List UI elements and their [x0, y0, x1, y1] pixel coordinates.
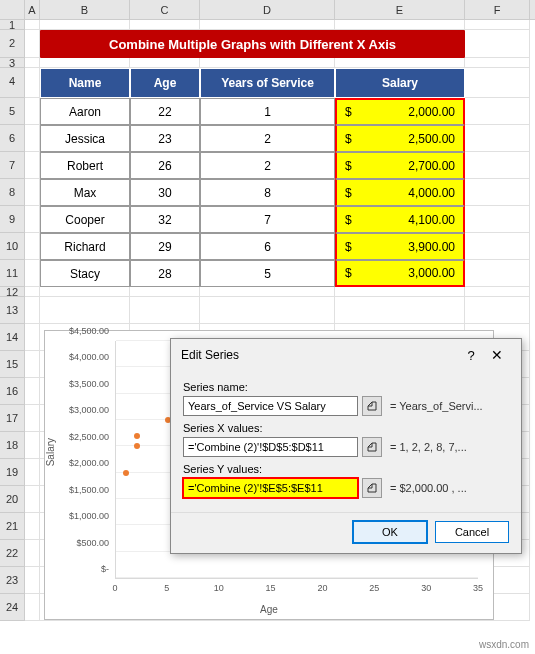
- cancel-button[interactable]: Cancel: [435, 521, 509, 543]
- series-y-label: Series Y values:: [183, 463, 509, 475]
- row-header-4[interactable]: 4: [0, 68, 25, 98]
- series-name-input[interactable]: [183, 396, 358, 416]
- page-title: Combine Multiple Graphs with Different X…: [40, 30, 465, 58]
- row-header-18[interactable]: 18: [0, 432, 25, 459]
- cell-years[interactable]: 8: [200, 179, 335, 206]
- cell-age[interactable]: 30: [130, 179, 200, 206]
- col-header-C[interactable]: C: [130, 0, 200, 19]
- row-header-5[interactable]: 5: [0, 98, 25, 125]
- data-point[interactable]: [134, 443, 140, 449]
- dialog-title: Edit Series: [181, 348, 459, 362]
- ref-picker-y-icon[interactable]: [362, 478, 382, 498]
- row-header-1[interactable]: 1: [0, 20, 25, 30]
- col-header-B[interactable]: B: [40, 0, 130, 19]
- row-header-17[interactable]: 17: [0, 405, 25, 432]
- cell-salary[interactable]: $4,100.00: [335, 206, 465, 233]
- row-header-22[interactable]: 22: [0, 540, 25, 567]
- series-x-label: Series X values:: [183, 422, 509, 434]
- cell-salary[interactable]: $3,000.00: [335, 260, 465, 287]
- edit-series-dialog: Edit Series ? ✕ Series name: = Years_of_…: [170, 338, 522, 554]
- row-header-16[interactable]: 16: [0, 378, 25, 405]
- cell-name[interactable]: Jessica: [40, 125, 130, 152]
- th-years[interactable]: Years of Service: [200, 68, 335, 98]
- col-header-E[interactable]: E: [335, 0, 465, 19]
- cell-name[interactable]: Robert: [40, 152, 130, 179]
- series-x-input[interactable]: [183, 437, 358, 457]
- cell-age[interactable]: 23: [130, 125, 200, 152]
- ref-picker-x-icon[interactable]: [362, 437, 382, 457]
- series-name-preview: = Years_of_Servi...: [386, 400, 509, 412]
- row-header-21[interactable]: 21: [0, 513, 25, 540]
- col-header-D[interactable]: D: [200, 0, 335, 19]
- cell-age[interactable]: 32: [130, 206, 200, 233]
- row-header-14[interactable]: 14: [0, 324, 25, 351]
- cell-salary[interactable]: $2,000.00: [335, 98, 465, 125]
- th-salary[interactable]: Salary: [335, 68, 465, 98]
- x-axis: 05101520253035: [115, 581, 478, 601]
- cell-age[interactable]: 22: [130, 98, 200, 125]
- cell-name[interactable]: Richard: [40, 233, 130, 260]
- row-header-8[interactable]: 8: [0, 179, 25, 206]
- th-name[interactable]: Name: [40, 68, 130, 98]
- cell-name[interactable]: Aaron: [40, 98, 130, 125]
- data-point[interactable]: [123, 470, 129, 476]
- cell-age[interactable]: 29: [130, 233, 200, 260]
- ok-button[interactable]: OK: [353, 521, 427, 543]
- ref-picker-name-icon[interactable]: [362, 396, 382, 416]
- cell-salary[interactable]: $4,000.00: [335, 179, 465, 206]
- cell-age[interactable]: 28: [130, 260, 200, 287]
- row-header-15[interactable]: 15: [0, 351, 25, 378]
- close-icon[interactable]: ✕: [483, 347, 511, 363]
- row-header-12[interactable]: 12: [0, 287, 25, 297]
- cell-salary[interactable]: $2,700.00: [335, 152, 465, 179]
- y-axis: $-$500.00$1,000.00$1,500.00$2,000.00$2,5…: [45, 341, 113, 579]
- row-header-7[interactable]: 7: [0, 152, 25, 179]
- cell-years[interactable]: 7: [200, 206, 335, 233]
- cell-years[interactable]: 6: [200, 233, 335, 260]
- row-header-3[interactable]: 3: [0, 58, 25, 68]
- cell-name[interactable]: Max: [40, 179, 130, 206]
- data-point[interactable]: [134, 433, 140, 439]
- cell-salary[interactable]: $3,900.00: [335, 233, 465, 260]
- help-icon[interactable]: ?: [459, 348, 483, 363]
- cell-years[interactable]: 5: [200, 260, 335, 287]
- cell-age[interactable]: 26: [130, 152, 200, 179]
- row-header-6[interactable]: 6: [0, 125, 25, 152]
- series-x-preview: = 1, 2, 2, 8, 7,...: [386, 441, 509, 453]
- watermark: wsxdn.com: [479, 639, 529, 650]
- cell-name[interactable]: Stacy: [40, 260, 130, 287]
- row-header-10[interactable]: 10: [0, 233, 25, 260]
- row-header-20[interactable]: 20: [0, 486, 25, 513]
- cell-years[interactable]: 2: [200, 125, 335, 152]
- row-header-2[interactable]: 2: [0, 30, 25, 58]
- row-header-11[interactable]: 11: [0, 260, 25, 287]
- series-name-label: Series name:: [183, 381, 509, 393]
- select-all-corner[interactable]: [0, 0, 25, 19]
- th-age[interactable]: Age: [130, 68, 200, 98]
- row-header-23[interactable]: 23: [0, 567, 25, 594]
- series-y-input[interactable]: [183, 478, 358, 498]
- series-y-preview: = $2,000.00 , ...: [386, 482, 509, 494]
- col-header-F[interactable]: F: [465, 0, 530, 19]
- row-header-9[interactable]: 9: [0, 206, 25, 233]
- cell-years[interactable]: 1: [200, 98, 335, 125]
- row-header-24[interactable]: 24: [0, 594, 25, 621]
- col-header-A[interactable]: A: [25, 0, 40, 19]
- cell-years[interactable]: 2: [200, 152, 335, 179]
- row-header-13[interactable]: 13: [0, 297, 25, 324]
- row-header-19[interactable]: 19: [0, 459, 25, 486]
- cell-salary[interactable]: $2,500.00: [335, 125, 465, 152]
- x-axis-label: Age: [260, 604, 278, 615]
- cell-name[interactable]: Cooper: [40, 206, 130, 233]
- column-headers: A B C D E F: [0, 0, 535, 20]
